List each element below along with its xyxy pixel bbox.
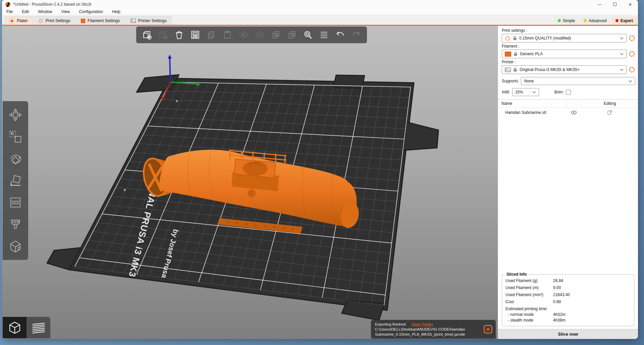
cost-value: 0.68 xyxy=(553,299,631,305)
simple-dot-icon xyxy=(558,19,561,22)
paint-supports-icon[interactable] xyxy=(7,216,24,233)
menu-view[interactable]: View xyxy=(61,9,70,14)
filament-combo[interactable]: Generic PLA xyxy=(502,50,627,58)
search-icon[interactable] xyxy=(301,28,315,42)
brim-checkbox[interactable] xyxy=(566,90,571,95)
object-row[interactable]: Hamdan Submarine.stl xyxy=(498,108,638,117)
app-window: *Untitled - PrusaSlicer-2.4.2 based on S… xyxy=(2,0,638,339)
app-logo-icon xyxy=(5,2,10,7)
menu-window[interactable]: Window xyxy=(38,9,52,14)
printer-combo[interactable]: Original Prusa i3 MK3S & MK3S+ xyxy=(502,65,627,74)
arrange-icon[interactable] xyxy=(189,28,202,42)
printer-icon xyxy=(130,18,136,23)
filament-color-swatch xyxy=(505,52,511,57)
stealth-mode-label: - stealth mode xyxy=(505,318,553,323)
infill-label: Infill: xyxy=(502,90,510,94)
window-title: *Untitled - PrusaSlicer-2.4.2 based on S… xyxy=(13,2,92,7)
print-settings-gear-button[interactable] xyxy=(629,35,635,42)
open-folder-link[interactable]: Open Folder. xyxy=(412,322,434,326)
infill-combo[interactable]: 15% xyxy=(512,88,539,96)
3d-editor-view-icon[interactable] xyxy=(3,317,26,338)
eye-icon[interactable] xyxy=(571,111,577,115)
filament-gear-button[interactable] xyxy=(629,51,635,57)
object-name: Hamdan Submarine.stl xyxy=(498,110,567,115)
slice-now-button[interactable]: Slice now xyxy=(498,329,638,339)
advanced-dot-icon xyxy=(584,19,587,22)
viewport-3d-scene: ORIGINAL PRUSA i3 MK3 by Josef Prusa xyxy=(2,26,498,339)
preview-layers-icon[interactable] xyxy=(26,317,50,338)
add-icon[interactable] xyxy=(140,28,154,42)
sliced-info-section: Sliced Info Used Filament (g)26.84 Used … xyxy=(498,273,638,329)
printer-icon xyxy=(505,67,511,72)
tab-filament-settings[interactable]: Filament Settings xyxy=(76,16,125,25)
move-icon[interactable] xyxy=(7,106,24,124)
notification-path-line2: Submarine_0.15mm_PLA_MK3S_{print_time}.g… xyxy=(375,332,480,337)
minimize-button[interactable] xyxy=(592,0,607,9)
tab-printer-settings[interactable]: Printer Settings xyxy=(126,16,171,25)
used-filament-g-label: Used Filament (g) xyxy=(505,278,553,284)
column-editing: Editing xyxy=(581,99,638,108)
normal-mode-value: 4h32m xyxy=(553,312,631,318)
split-to-parts-icon xyxy=(285,28,299,42)
used-filament-m-value: 9.00 xyxy=(553,285,631,291)
print-settings-label: Print settings : xyxy=(502,28,635,33)
chevron-down-icon xyxy=(532,91,536,93)
split-to-objects-icon xyxy=(269,28,282,42)
remove-instance-icon xyxy=(253,28,266,42)
seam-painting-icon[interactable] xyxy=(7,237,24,255)
chevron-down-icon xyxy=(620,69,624,71)
supports-label: Supports: xyxy=(502,79,519,83)
viewport-3d[interactable]: ORIGINAL PRUSA i3 MK3 by Josef Prusa xyxy=(2,26,498,339)
supports-combo[interactable]: None xyxy=(521,77,635,85)
scale-icon[interactable] xyxy=(7,128,24,145)
used-filament-g-value: 26.84 xyxy=(553,278,631,284)
gear-icon xyxy=(505,36,511,41)
view-switcher xyxy=(3,317,50,338)
minimize-icon xyxy=(598,4,601,5)
lock-icon xyxy=(514,52,518,56)
printer-label: Printer : xyxy=(502,60,635,64)
notification-close-icon[interactable]: ✕ xyxy=(484,325,492,334)
stealth-mode-value: 4h38m xyxy=(553,318,631,323)
maximize-button[interactable] xyxy=(607,0,623,9)
delete-all-icon[interactable] xyxy=(172,28,186,42)
gear-icon xyxy=(38,18,43,23)
right-panel: Print settings : 0.15mm QUALITY (modifie… xyxy=(498,26,638,339)
print-settings-combo[interactable]: 0.15mm QUALITY (modified) xyxy=(502,34,627,43)
chevron-down-icon xyxy=(620,53,624,55)
undo-icon[interactable] xyxy=(333,28,347,42)
notification-toast: Exporting finished.Open Folder. C:\Users… xyxy=(371,320,496,339)
maximize-icon xyxy=(613,3,616,6)
close-button[interactable]: ✕ xyxy=(623,0,638,9)
tab-plater[interactable]: Plater xyxy=(5,16,33,25)
expert-dot-icon xyxy=(615,19,619,22)
delete-icon xyxy=(156,28,170,42)
place-on-face-icon[interactable] xyxy=(7,172,24,189)
edit-object-icon[interactable] xyxy=(607,110,612,115)
used-filament-mm3-value: 21643.40 xyxy=(553,292,631,298)
menu-edit[interactable]: Edit xyxy=(22,9,29,14)
menu-bar: File Edit Window View Configuration Help xyxy=(2,9,638,15)
top-toolbar xyxy=(136,26,367,43)
column-visibility xyxy=(567,99,581,108)
cut-icon[interactable] xyxy=(7,194,24,211)
chevron-down-icon xyxy=(629,80,632,82)
variable-layer-height-icon[interactable] xyxy=(317,28,331,42)
mode-advanced[interactable]: Advanced xyxy=(580,17,610,24)
used-filament-mm3-label: Used Filament (mm³) xyxy=(505,292,553,298)
menu-configuration[interactable]: Configuration xyxy=(79,9,103,14)
rotate-icon[interactable] xyxy=(7,150,24,167)
object-list: Name Editing Hamdan Submarine.stl xyxy=(498,99,638,273)
lock-icon xyxy=(513,36,517,41)
mode-simple[interactable]: Simple xyxy=(554,17,579,24)
menu-help[interactable]: Help xyxy=(112,9,120,14)
notification-status: Exporting finished. xyxy=(375,322,407,326)
filament-label: Filament : xyxy=(502,44,635,49)
paste-icon xyxy=(221,28,234,42)
printer-gear-button[interactable] xyxy=(629,66,635,73)
tab-print-settings[interactable]: Print Settings xyxy=(34,16,75,25)
menu-file[interactable]: File xyxy=(6,9,13,14)
chevron-down-icon xyxy=(620,37,624,40)
plater-icon xyxy=(9,18,14,23)
mode-expert[interactable]: Expert xyxy=(612,17,637,24)
